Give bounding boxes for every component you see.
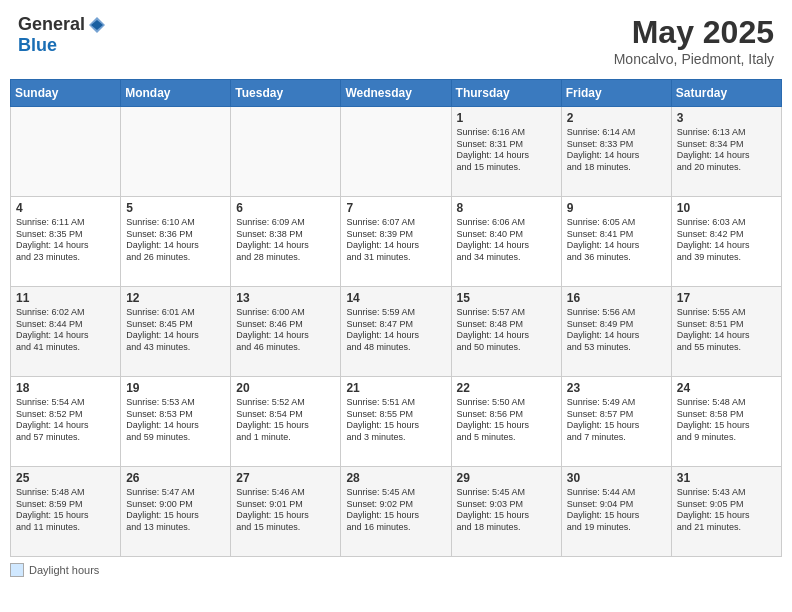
calendar-cell: 19Sunrise: 5:53 AM Sunset: 8:53 PM Dayli… (121, 377, 231, 467)
day-info: Sunrise: 6:02 AM Sunset: 8:44 PM Dayligh… (16, 307, 115, 354)
day-number: 5 (126, 201, 225, 215)
calendar-cell: 21Sunrise: 5:51 AM Sunset: 8:55 PM Dayli… (341, 377, 451, 467)
calendar-header-friday: Friday (561, 80, 671, 107)
logo: General Blue (18, 14, 107, 56)
month-title: May 2025 (614, 14, 774, 51)
calendar-cell: 16Sunrise: 5:56 AM Sunset: 8:49 PM Dayli… (561, 287, 671, 377)
day-info: Sunrise: 5:50 AM Sunset: 8:56 PM Dayligh… (457, 397, 556, 444)
logo-icon (87, 15, 107, 35)
title-block: May 2025 Moncalvo, Piedmont, Italy (614, 14, 774, 67)
day-info: Sunrise: 5:49 AM Sunset: 8:57 PM Dayligh… (567, 397, 666, 444)
day-number: 4 (16, 201, 115, 215)
logo-blue-text: Blue (18, 35, 57, 56)
day-info: Sunrise: 5:54 AM Sunset: 8:52 PM Dayligh… (16, 397, 115, 444)
day-number: 15 (457, 291, 556, 305)
day-number: 6 (236, 201, 335, 215)
calendar-week-4: 18Sunrise: 5:54 AM Sunset: 8:52 PM Dayli… (11, 377, 782, 467)
day-number: 24 (677, 381, 776, 395)
calendar-table: SundayMondayTuesdayWednesdayThursdayFrid… (10, 79, 782, 557)
day-info: Sunrise: 5:45 AM Sunset: 9:02 PM Dayligh… (346, 487, 445, 534)
day-number: 31 (677, 471, 776, 485)
calendar-week-5: 25Sunrise: 5:48 AM Sunset: 8:59 PM Dayli… (11, 467, 782, 557)
calendar-cell: 30Sunrise: 5:44 AM Sunset: 9:04 PM Dayli… (561, 467, 671, 557)
day-info: Sunrise: 5:46 AM Sunset: 9:01 PM Dayligh… (236, 487, 335, 534)
day-info: Sunrise: 5:51 AM Sunset: 8:55 PM Dayligh… (346, 397, 445, 444)
day-info: Sunrise: 6:00 AM Sunset: 8:46 PM Dayligh… (236, 307, 335, 354)
calendar-week-3: 11Sunrise: 6:02 AM Sunset: 8:44 PM Dayli… (11, 287, 782, 377)
calendar-cell: 10Sunrise: 6:03 AM Sunset: 8:42 PM Dayli… (671, 197, 781, 287)
calendar-cell: 7Sunrise: 6:07 AM Sunset: 8:39 PM Daylig… (341, 197, 451, 287)
calendar-cell (121, 107, 231, 197)
day-info: Sunrise: 5:48 AM Sunset: 8:58 PM Dayligh… (677, 397, 776, 444)
day-info: Sunrise: 6:06 AM Sunset: 8:40 PM Dayligh… (457, 217, 556, 264)
day-number: 25 (16, 471, 115, 485)
day-info: Sunrise: 6:07 AM Sunset: 8:39 PM Dayligh… (346, 217, 445, 264)
day-number: 3 (677, 111, 776, 125)
day-number: 12 (126, 291, 225, 305)
calendar-cell: 5Sunrise: 6:10 AM Sunset: 8:36 PM Daylig… (121, 197, 231, 287)
calendar-cell: 27Sunrise: 5:46 AM Sunset: 9:01 PM Dayli… (231, 467, 341, 557)
logo-general-text: General (18, 14, 85, 35)
day-number: 20 (236, 381, 335, 395)
day-number: 26 (126, 471, 225, 485)
day-number: 19 (126, 381, 225, 395)
calendar-cell: 20Sunrise: 5:52 AM Sunset: 8:54 PM Dayli… (231, 377, 341, 467)
day-info: Sunrise: 5:55 AM Sunset: 8:51 PM Dayligh… (677, 307, 776, 354)
day-number: 1 (457, 111, 556, 125)
day-number: 18 (16, 381, 115, 395)
day-number: 27 (236, 471, 335, 485)
day-info: Sunrise: 6:10 AM Sunset: 8:36 PM Dayligh… (126, 217, 225, 264)
legend: Daylight hours (10, 563, 782, 577)
calendar-header-sunday: Sunday (11, 80, 121, 107)
day-info: Sunrise: 5:48 AM Sunset: 8:59 PM Dayligh… (16, 487, 115, 534)
day-number: 13 (236, 291, 335, 305)
calendar-header-tuesday: Tuesday (231, 80, 341, 107)
day-info: Sunrise: 6:13 AM Sunset: 8:34 PM Dayligh… (677, 127, 776, 174)
calendar-cell: 22Sunrise: 5:50 AM Sunset: 8:56 PM Dayli… (451, 377, 561, 467)
day-number: 7 (346, 201, 445, 215)
day-number: 9 (567, 201, 666, 215)
day-info: Sunrise: 5:56 AM Sunset: 8:49 PM Dayligh… (567, 307, 666, 354)
calendar-cell: 17Sunrise: 5:55 AM Sunset: 8:51 PM Dayli… (671, 287, 781, 377)
day-info: Sunrise: 6:14 AM Sunset: 8:33 PM Dayligh… (567, 127, 666, 174)
location-text: Moncalvo, Piedmont, Italy (614, 51, 774, 67)
calendar-cell: 12Sunrise: 6:01 AM Sunset: 8:45 PM Dayli… (121, 287, 231, 377)
calendar-cell: 24Sunrise: 5:48 AM Sunset: 8:58 PM Dayli… (671, 377, 781, 467)
calendar-cell: 9Sunrise: 6:05 AM Sunset: 8:41 PM Daylig… (561, 197, 671, 287)
day-number: 16 (567, 291, 666, 305)
day-number: 8 (457, 201, 556, 215)
day-info: Sunrise: 5:53 AM Sunset: 8:53 PM Dayligh… (126, 397, 225, 444)
calendar-cell: 3Sunrise: 6:13 AM Sunset: 8:34 PM Daylig… (671, 107, 781, 197)
calendar-cell: 11Sunrise: 6:02 AM Sunset: 8:44 PM Dayli… (11, 287, 121, 377)
calendar-week-2: 4Sunrise: 6:11 AM Sunset: 8:35 PM Daylig… (11, 197, 782, 287)
day-info: Sunrise: 6:16 AM Sunset: 8:31 PM Dayligh… (457, 127, 556, 174)
calendar-week-1: 1Sunrise: 6:16 AM Sunset: 8:31 PM Daylig… (11, 107, 782, 197)
day-number: 2 (567, 111, 666, 125)
calendar-cell: 28Sunrise: 5:45 AM Sunset: 9:02 PM Dayli… (341, 467, 451, 557)
calendar-cell: 8Sunrise: 6:06 AM Sunset: 8:40 PM Daylig… (451, 197, 561, 287)
calendar-cell: 18Sunrise: 5:54 AM Sunset: 8:52 PM Dayli… (11, 377, 121, 467)
day-info: Sunrise: 5:47 AM Sunset: 9:00 PM Dayligh… (126, 487, 225, 534)
day-number: 29 (457, 471, 556, 485)
calendar-cell: 29Sunrise: 5:45 AM Sunset: 9:03 PM Dayli… (451, 467, 561, 557)
calendar-header-wednesday: Wednesday (341, 80, 451, 107)
day-number: 22 (457, 381, 556, 395)
day-info: Sunrise: 5:57 AM Sunset: 8:48 PM Dayligh… (457, 307, 556, 354)
day-info: Sunrise: 6:03 AM Sunset: 8:42 PM Dayligh… (677, 217, 776, 264)
day-info: Sunrise: 6:01 AM Sunset: 8:45 PM Dayligh… (126, 307, 225, 354)
calendar-cell: 26Sunrise: 5:47 AM Sunset: 9:00 PM Dayli… (121, 467, 231, 557)
legend-box (10, 563, 24, 577)
day-info: Sunrise: 5:43 AM Sunset: 9:05 PM Dayligh… (677, 487, 776, 534)
calendar-cell: 14Sunrise: 5:59 AM Sunset: 8:47 PM Dayli… (341, 287, 451, 377)
day-number: 14 (346, 291, 445, 305)
page-header: General Blue May 2025 Moncalvo, Piedmont… (10, 10, 782, 71)
day-number: 11 (16, 291, 115, 305)
calendar-header-row: SundayMondayTuesdayWednesdayThursdayFrid… (11, 80, 782, 107)
calendar-cell: 4Sunrise: 6:11 AM Sunset: 8:35 PM Daylig… (11, 197, 121, 287)
day-info: Sunrise: 6:09 AM Sunset: 8:38 PM Dayligh… (236, 217, 335, 264)
calendar-cell (11, 107, 121, 197)
calendar-cell (231, 107, 341, 197)
day-info: Sunrise: 5:52 AM Sunset: 8:54 PM Dayligh… (236, 397, 335, 444)
day-number: 21 (346, 381, 445, 395)
calendar-cell: 2Sunrise: 6:14 AM Sunset: 8:33 PM Daylig… (561, 107, 671, 197)
